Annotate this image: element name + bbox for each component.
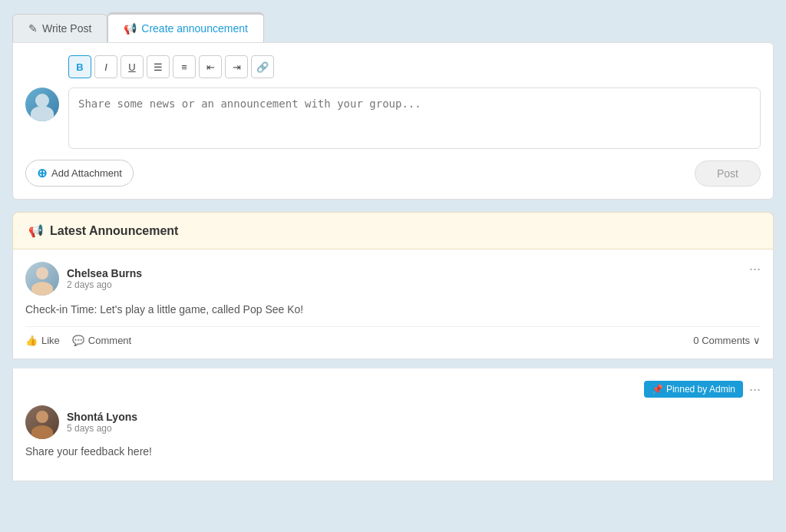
chevron-down-icon: ∨ [753,335,761,346]
underline-button[interactable]: U [121,55,144,78]
unordered-list-button[interactable]: ☰ [147,55,170,78]
current-user-avatar [25,88,59,121]
post-card-chelsea: Chelsea Burns 2 days ago ··· Check-in Ti… [12,249,774,359]
chelsea-author-details: Chelsea Burns 2 days ago [67,267,142,290]
chelsea-post-menu[interactable]: ··· [749,262,761,276]
shonta-post-header: Shontá Lyons 5 days ago [25,405,761,439]
chelsea-post-actions: 👍 Like 💬 Comment 0 Comments ∨ [25,326,761,346]
shonta-author-name: Shontá Lyons [67,411,137,423]
announcement-section-icon: 📢 [28,223,44,238]
tab-create-announcement[interactable]: 📢 Create announcement [107,12,264,42]
post-header-chelsea: Chelsea Burns 2 days ago ··· [25,262,761,296]
chelsea-like-button[interactable]: 👍 Like [25,335,60,346]
shonta-avatar [25,405,59,439]
pin-icon: 📌 [652,384,663,395]
chelsea-comments-count[interactable]: 0 Comments ∨ [693,335,761,346]
editor-card: B I U ☰ ≡ ⇤ ⇥ 🔗 ⊕ Add Attachment Post [12,42,774,200]
outdent-button[interactable]: ⇤ [199,55,222,78]
shonta-post-content: Share your feedback here! [25,445,761,458]
main-container: ✎ Write Post 📢 Create announcement B I U… [12,12,774,481]
chelsea-avatar [25,262,59,296]
editor-row [25,88,761,149]
post-text-input[interactable] [68,88,761,149]
ordered-list-button[interactable]: ≡ [173,55,196,78]
chelsea-comment-button[interactable]: 💬 Comment [72,335,131,346]
editor-footer: ⊕ Add Attachment Post [25,160,761,187]
comment-icon: 💬 [72,335,84,346]
chelsea-author-name: Chelsea Burns [67,267,142,279]
write-post-label: Write Post [42,22,91,35]
add-attachment-label: Add Attachment [51,167,122,179]
chelsea-post-content: Check-in Time: Let's play a little game,… [25,303,761,316]
tabs: ✎ Write Post 📢 Create announcement [12,12,774,42]
plus-icon: ⊕ [37,166,47,180]
shonta-pinned-header: 📌 Pinned by Admin ··· [25,381,761,398]
bold-button[interactable]: B [68,55,91,78]
create-announcement-label: Create announcement [141,22,248,35]
announcement-section-title: Latest Announcement [50,224,178,238]
post-card-shonta: 📌 Pinned by Admin ··· Shontá Lyons 5 day… [12,368,774,481]
pinned-badge: 📌 Pinned by Admin [644,381,743,398]
indent-button[interactable]: ⇥ [225,55,248,78]
shonta-post-time: 5 days ago [67,423,137,434]
like-icon: 👍 [25,335,38,346]
post-button[interactable]: Post [695,160,761,187]
chelsea-action-buttons: 👍 Like 💬 Comment [25,335,131,346]
latest-announcement-section: 📢 Latest Announcement [12,212,774,249]
announcement-icon: 📢 [124,22,137,35]
post-author-info-chelsea: Chelsea Burns 2 days ago [25,262,142,296]
tab-write-post[interactable]: ✎ Write Post [12,14,107,42]
write-post-icon: ✎ [28,22,38,35]
chelsea-post-time: 2 days ago [67,279,142,290]
shonta-post-menu[interactable]: ··· [749,382,761,396]
italic-button[interactable]: I [94,55,117,78]
add-attachment-button[interactable]: ⊕ Add Attachment [25,160,134,187]
shonta-author-details: Shontá Lyons 5 days ago [67,411,137,434]
editor-toolbar: B I U ☰ ≡ ⇤ ⇥ 🔗 [68,55,761,78]
link-button[interactable]: 🔗 [251,55,274,78]
